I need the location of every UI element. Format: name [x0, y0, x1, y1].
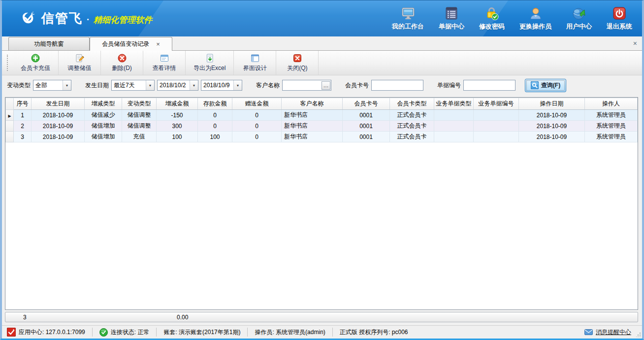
- adjust-stored-value-button[interactable]: 调整储值: [59, 51, 101, 75]
- message-center[interactable]: 消息提醒中心: [578, 328, 638, 337]
- dropdown-arrow-icon: [63, 80, 71, 90]
- operator-text: 操作员: 系统管理员(admin): [255, 328, 325, 337]
- nav-label: 我的工作台: [392, 22, 424, 31]
- button-label: 导出为Excel: [193, 64, 225, 72]
- tabstrip-close-icon[interactable]: ×: [633, 39, 637, 47]
- brand-logo-icon: [19, 10, 36, 28]
- grid-header-row: 序号 发生日期 增减类型 变动类型 增减金额 存款金额 赠送金额 客户名称 会员…: [6, 98, 638, 110]
- cell: 储值减少: [85, 110, 122, 121]
- date-range-select[interactable]: 最近7天: [111, 80, 155, 91]
- nav-change-password[interactable]: 修改密码: [479, 6, 505, 31]
- doc-number-input[interactable]: [463, 80, 515, 91]
- cell: 0: [198, 121, 232, 132]
- button-label: 关闭(Q): [287, 64, 307, 72]
- message-center-link[interactable]: 消息提醒中心: [596, 328, 631, 337]
- record-count: 3: [23, 314, 27, 321]
- view-details-button[interactable]: 查看详情: [143, 51, 186, 75]
- table-row[interactable]: 2 2018-10-09 储值增加 储值调整 300 0 0 新华书店 0001…: [6, 121, 638, 132]
- col-header[interactable]: 业务单据类型: [434, 98, 474, 110]
- tab-member-stored-value-records[interactable]: 会员储值变动记录 ×: [90, 37, 172, 51]
- col-header[interactable]: 业务单据编号: [474, 98, 519, 110]
- tab-label: 功能导航窗: [34, 40, 64, 48]
- ui-design-button[interactable]: 界面设计: [234, 51, 276, 75]
- add-circle-icon: [31, 53, 40, 63]
- col-header[interactable]: 增减类型: [85, 98, 122, 110]
- col-header[interactable]: 操作日期: [519, 98, 585, 110]
- col-header[interactable]: 会员卡号: [343, 98, 390, 110]
- tab-function-navigator[interactable]: 功能导航窗: [8, 37, 90, 50]
- cell: 系统管理员: [585, 132, 638, 142]
- cell: 充值: [122, 132, 157, 142]
- export-excel-button[interactable]: 导出为Excel: [186, 51, 234, 75]
- cell: 正式会员卡: [390, 132, 434, 142]
- close-button[interactable]: 关闭(Q): [276, 51, 319, 75]
- col-header[interactable]: 变动类型: [122, 98, 157, 110]
- nav-label: 更换操作员: [519, 22, 551, 31]
- date-range-value: 最近7天: [114, 81, 146, 90]
- cell: 0: [232, 110, 282, 121]
- nav-label: 修改密码: [479, 22, 505, 31]
- customer-lookup-button[interactable]: …: [322, 81, 330, 90]
- cell: [474, 121, 519, 132]
- doc-number-label: 单据编号: [437, 81, 461, 90]
- cell: 1: [14, 110, 32, 121]
- cell: 正式会员卡: [390, 121, 434, 132]
- tab-close-icon[interactable]: ×: [156, 41, 160, 47]
- button-label: 界面设计: [243, 64, 267, 72]
- connection-text: 连接状态: 正常: [111, 328, 150, 337]
- cell: [474, 132, 519, 142]
- recharge-card-button[interactable]: 会员卡充值: [13, 51, 59, 75]
- nav-document-center[interactable]: 单据中心: [439, 6, 464, 31]
- change-type-select[interactable]: 全部: [33, 80, 71, 91]
- table-row[interactable]: ▶ 1 2018-10-09 储值减少 储值调整 -150 0 0 新华书店 0…: [6, 110, 638, 121]
- date-from-select[interactable]: 2018/10/2: [157, 80, 198, 91]
- col-header[interactable]: 客户名称: [282, 98, 343, 110]
- button-label: 查看详情: [153, 64, 176, 72]
- nav-my-workbench[interactable]: 我的工作台: [392, 6, 424, 31]
- table-row[interactable]: 3 2018-10-09 储值增加 充值 100 100 0 新华书店 0001…: [6, 132, 638, 142]
- date-to-select[interactable]: 2018/10/9: [201, 80, 242, 91]
- mail-icon: [584, 329, 593, 335]
- cell: 300: [157, 121, 198, 132]
- change-type-label: 变动类型: [7, 81, 31, 90]
- tab-strip: 功能导航窗 会员储值变动记录 × ×: [2, 36, 642, 51]
- cell: 2018-10-09: [519, 132, 585, 142]
- col-header[interactable]: 增减金额: [157, 98, 198, 110]
- toolbar-grip[interactable]: [7, 55, 11, 71]
- app-window: 信管飞 · 精细化管理软件 我的工作台: [0, 0, 644, 340]
- cell: 2018-10-09: [32, 121, 85, 132]
- nav-user-center[interactable]: 用户中心: [566, 6, 592, 31]
- filter-bar: 变动类型 全部 发生日期 最近7天 2018/10/2 2018/10/9 客户…: [2, 75, 642, 95]
- grid-summary-bar: 3 0.00: [5, 312, 638, 322]
- close-square-icon: [292, 53, 302, 63]
- query-button[interactable]: 查询(F): [525, 79, 566, 92]
- row-indicator-header: [6, 98, 14, 110]
- col-header[interactable]: 赠送金额: [232, 98, 282, 110]
- date-from-value: 2018/10/2: [160, 82, 190, 89]
- col-header[interactable]: 操作人: [585, 98, 638, 110]
- cell: 系统管理员: [585, 110, 638, 121]
- nav-exit-system[interactable]: 退出系统: [607, 6, 632, 31]
- col-header[interactable]: 会员卡类型: [390, 98, 434, 110]
- records-grid: 序号 发生日期 增减类型 变动类型 增减金额 存款金额 赠送金额 客户名称 会员…: [5, 97, 638, 310]
- cell: 新华书店: [282, 132, 343, 142]
- cell: 100: [157, 132, 198, 142]
- nav-label: 单据中心: [439, 22, 464, 31]
- cell: 2018-10-09: [519, 121, 585, 132]
- cell: 3: [14, 132, 32, 142]
- globe-arrow-icon: [572, 6, 586, 21]
- cell: [434, 132, 474, 142]
- cell: 储值调整: [122, 110, 157, 121]
- member-card-input[interactable]: [371, 80, 423, 91]
- license-text: 正式版 授权序列号: pc006: [340, 328, 408, 337]
- cell: -150: [157, 110, 198, 121]
- cell: 0: [232, 121, 282, 132]
- customer-name-inputwrap: …: [282, 80, 331, 91]
- cell: [434, 121, 474, 132]
- button-label: 调整储值: [68, 64, 92, 72]
- col-header[interactable]: 序号: [14, 98, 32, 110]
- nav-switch-operator[interactable]: 更换操作员: [519, 6, 551, 31]
- col-header[interactable]: 发生日期: [32, 98, 85, 110]
- col-header[interactable]: 存款金额: [198, 98, 232, 110]
- delete-button[interactable]: 删除(D): [101, 51, 143, 75]
